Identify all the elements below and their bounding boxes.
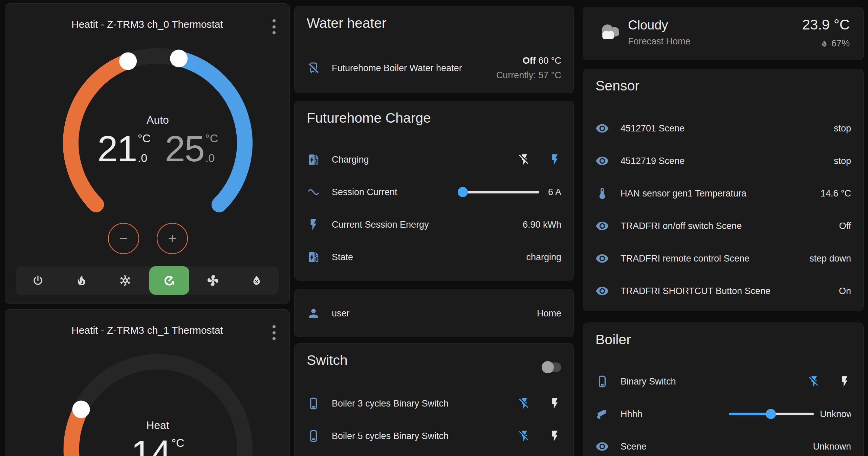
card-title: Futurehome Charge <box>307 110 431 126</box>
fire-icon <box>75 274 88 287</box>
state-row[interactable]: State charging <box>307 241 561 273</box>
sensor-row[interactable]: TRADFRI remote control Scene step down <box>595 242 851 275</box>
ev-station-icon <box>307 250 320 264</box>
decrease-temp-button[interactable]: − <box>108 223 139 254</box>
mode-heat-button[interactable] <box>62 266 102 295</box>
mode-power-button[interactable] <box>18 266 58 295</box>
flash-icon[interactable] <box>838 375 851 388</box>
thermostat-auto-icon <box>162 274 176 287</box>
high-setpoint[interactable]: 25 °C.0 <box>165 130 218 168</box>
hvac-mode-label: Heat <box>63 419 253 432</box>
low-setpoint[interactable]: 21 °C.0 <box>97 130 151 168</box>
hvac-mode-bar <box>16 266 279 295</box>
flash-off-icon[interactable] <box>518 397 531 410</box>
water-heater-card: Water heater Futurehome Boiler Water hea… <box>294 6 574 93</box>
eye-icon <box>595 252 609 265</box>
eye-icon <box>595 154 609 168</box>
decimal-label: .0 <box>138 152 151 164</box>
user-card: user Home <box>294 289 574 337</box>
decimal-label: .0 <box>205 152 218 164</box>
scene-row[interactable]: Scene Unknown <box>595 430 851 456</box>
boiler5-row[interactable]: Boiler 5 cycles Binary Switch <box>307 420 561 452</box>
session-current-slider[interactable] <box>459 191 539 193</box>
setpoint-temps: 21 °C.0 25 °C.0 <box>63 130 253 168</box>
switch-toggle[interactable] <box>542 362 561 372</box>
charge-card: Futurehome Charge Charging Session Curre… <box>294 101 574 281</box>
thermostat-ch1-title: Heatit - Z-TRM3 ch_1 Thermostat <box>5 325 289 336</box>
session-current-row: Session Current 6 A <box>307 176 561 208</box>
charging-row[interactable]: Charging <box>307 143 561 176</box>
sensor-row[interactable]: TRADFRI SHORTCUT Button Scene On <box>595 275 851 307</box>
slider-thumb[interactable] <box>458 187 468 197</box>
flash-off-icon[interactable] <box>518 153 531 166</box>
boiler-card: Boiler Binary Switch Hhhh Unknown <box>583 323 864 456</box>
sensor-row[interactable]: HAN sensor gen1 Temperatura 14.6 °C <box>595 177 851 210</box>
boiler3-row[interactable]: Boiler 3 cycles Binary Switch <box>307 387 561 420</box>
eye-icon <box>595 284 609 298</box>
flash-icon[interactable] <box>548 430 561 442</box>
unit-label: °C <box>138 132 151 144</box>
high-setpoint-handle <box>170 50 188 67</box>
current-ac-icon <box>307 185 320 199</box>
card-title: Sensor <box>595 78 639 94</box>
card-title: Switch <box>307 352 348 368</box>
session-energy-row[interactable]: Current Session Energy 6.90 kWh <box>307 208 561 241</box>
binary-switch-icon <box>595 375 609 388</box>
weather-condition: Cloudy <box>628 18 668 33</box>
fan-icon <box>207 274 219 287</box>
flash-off-icon[interactable] <box>808 375 821 388</box>
setpoint-temp[interactable]: 14 °C <box>63 434 253 456</box>
sensor-card: Sensor 4512701 Scene stop 4512719 Scene … <box>583 69 864 311</box>
binary-switch-icon <box>307 429 320 443</box>
sensor-row[interactable]: 4512719 Scene stop <box>595 145 851 177</box>
account-icon <box>307 307 320 320</box>
more-options-icon[interactable] <box>273 325 276 340</box>
hvac-mode-label: Auto <box>63 114 253 126</box>
thermometer-icon <box>595 187 609 200</box>
increase-temp-button[interactable]: + <box>157 223 188 254</box>
more-options-icon[interactable] <box>273 19 276 34</box>
thermostat-card-ch1: Heatit - Z-TRM3 ch_1 Thermostat Heat 14 … <box>5 309 290 456</box>
sensor-row[interactable]: 4512701 Scene stop <box>595 112 851 145</box>
unit-label: °C <box>171 437 184 449</box>
ev-station-icon <box>307 153 320 166</box>
weather-subtitle: Forecast Home <box>628 36 691 47</box>
weather-temperature: 23.9 °C <box>802 17 850 33</box>
water-heater-off-icon <box>307 61 320 75</box>
flash-off-icon[interactable] <box>518 430 531 442</box>
hhhh-slider[interactable] <box>729 413 814 415</box>
eye-icon <box>595 440 609 453</box>
mode-auto-button[interactable] <box>149 266 189 295</box>
user-row[interactable]: user Home <box>307 297 561 330</box>
eye-icon <box>595 122 609 135</box>
mode-fan-button[interactable] <box>193 266 233 295</box>
switch-card: Switch Boiler 3 cycles Binary Switch Boi… <box>294 343 574 456</box>
power-icon <box>31 274 44 287</box>
weather-card[interactable]: Cloudy Forecast Home 23.9 °C 67% <box>583 7 864 60</box>
flash-icon[interactable] <box>548 397 561 410</box>
mode-dry-button[interactable] <box>237 266 277 295</box>
slider-thumb[interactable] <box>766 409 776 419</box>
sensor-row[interactable]: TRADFRI on/off switch Scene Off <box>595 210 851 242</box>
cctv-icon <box>595 407 609 421</box>
binary-switch-icon <box>307 397 320 410</box>
dashboard: Heatit - Z-TRM3 ch_0 Thermostat Auto 21 … <box>0 0 868 456</box>
flash-icon[interactable] <box>548 153 561 166</box>
flash-icon <box>307 218 320 231</box>
cloudy-icon <box>596 19 625 47</box>
card-title: Boiler <box>595 332 631 348</box>
mode-cool-button[interactable] <box>105 266 145 295</box>
eye-icon <box>595 219 609 233</box>
weather-humidity: 67% <box>820 38 850 49</box>
low-setpoint-handle <box>119 53 137 70</box>
water-heater-row[interactable]: Futurehome Boiler Water heater Off 60 °C… <box>307 52 561 84</box>
thermostat-ch0-title: Heatit - Z-TRM3 ch_0 Thermostat <box>5 19 289 30</box>
setpoint-handle <box>72 400 90 418</box>
water-percent-icon <box>250 274 263 287</box>
binary-switch-row[interactable]: Binary Switch <box>595 365 851 398</box>
thermostat-card-ch0: Heatit - Z-TRM3 ch_0 Thermostat Auto 21 … <box>5 3 290 304</box>
humidity-icon <box>820 39 829 48</box>
water-heater-state: Off 60 °C Currently: 57 °C <box>496 54 561 83</box>
unit-label: °C <box>205 132 218 144</box>
card-title: Water heater <box>307 15 386 31</box>
